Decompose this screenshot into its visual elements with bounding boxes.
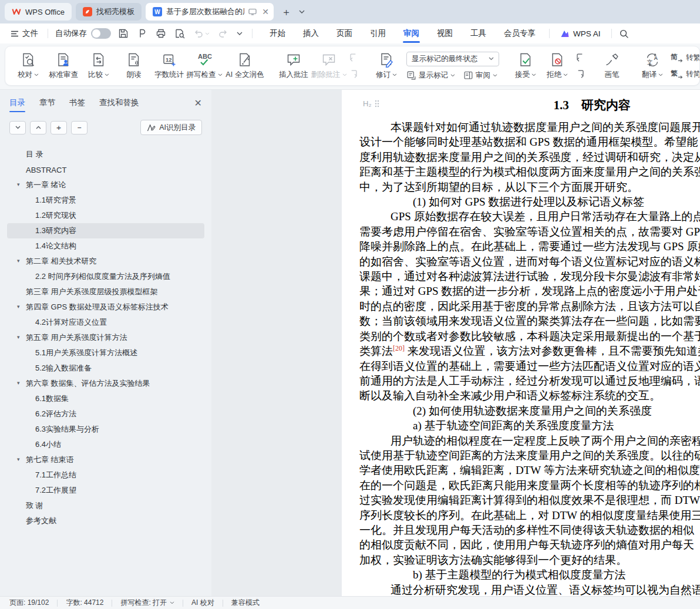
toc-item[interactable]: 6.1数据集 <box>7 391 204 406</box>
status-item[interactable]: 兼容模式 <box>231 598 260 608</box>
wps-ai-button[interactable]: WPS AI <box>554 29 607 38</box>
toc-item[interactable]: 4.2计算对应语义位置 <box>7 315 204 330</box>
next-change-icon[interactable] <box>574 68 586 80</box>
markup-state-select[interactable]: 显示标记的最终状态 <box>406 52 499 66</box>
word-count-button[interactable]: 12 字数统计 <box>152 49 187 83</box>
search-icon[interactable] <box>619 29 629 39</box>
toolbar-chevron-icon[interactable] <box>237 32 243 35</box>
sidebar-tab-toc[interactable]: 目录 <box>9 90 25 116</box>
to-simplified-button[interactable]: 繁 转简 <box>671 69 700 79</box>
accept-button[interactable]: 接受 <box>510 49 541 83</box>
toc-item[interactable]: 6.2评估方法 <box>7 406 204 422</box>
status-item[interactable]: 拼写检查: 打开 <box>120 598 174 608</box>
collapse-arrow-icon[interactable]: ▾ <box>17 181 20 187</box>
document-page[interactable]: H₂ 1.3 研究内容 本课题针对如何通过轨迹数据度量用户之间的关系强度问题展开… <box>342 90 700 596</box>
ai-polish-button[interactable]: AI 全文润色 <box>222 49 268 83</box>
toc-item[interactable]: 致 谢 <box>7 498 204 513</box>
collapse-arrow-icon[interactable]: ▾ <box>17 334 20 340</box>
toc-item[interactable]: 6.3实验结果与分析 <box>7 422 204 437</box>
new-tab-icon[interactable]: ＋ <box>278 5 295 19</box>
menu-tab[interactable]: 会员专享 <box>495 23 544 43</box>
track-changes-button[interactable]: 修订 <box>369 49 404 83</box>
toc-item[interactable]: 参考文献 <box>7 513 204 529</box>
sidebar-tab-find-replace[interactable]: 查找和替换 <box>99 90 139 116</box>
tab-list-chevron-icon[interactable] <box>299 10 305 14</box>
collapse-arrow-icon[interactable]: ▾ <box>17 258 20 264</box>
collapse-all-button[interactable] <box>30 121 46 134</box>
toc-item[interactable]: 6.4小结 <box>7 437 204 452</box>
compare-button[interactable]: 比较 <box>81 49 116 83</box>
undo-chevron-icon[interactable] <box>205 32 210 35</box>
print-icon[interactable] <box>156 28 166 39</box>
drag-handle-icon[interactable] <box>375 100 379 107</box>
insert-comment-button[interactable]: 插入批注 <box>276 49 311 83</box>
previous-comment-icon[interactable] <box>348 52 359 63</box>
collapse-arrow-icon[interactable]: ▾ <box>17 380 20 386</box>
status-item[interactable]: 页面: 19/102 <box>9 598 49 608</box>
undo-icon[interactable] <box>193 29 204 38</box>
export-pdf-icon[interactable] <box>137 28 147 39</box>
to-traditional-button[interactable]: 简 转繁 <box>671 52 700 63</box>
toc-item[interactable]: 5.2输入数据准备 <box>7 361 204 376</box>
close-tab-icon[interactable]: ✕ <box>261 7 269 16</box>
file-menu[interactable]: 文件 <box>6 28 43 39</box>
toc-item[interactable]: ▾第二章 相关技术研究 <box>7 254 204 269</box>
toc-item[interactable]: ▾第六章 数据集、评估方法及实验结果 <box>7 376 204 391</box>
ai-recognize-toc-button[interactable]: AI识别目录 <box>140 120 202 135</box>
expand-all-button[interactable] <box>9 121 26 134</box>
menu-tab[interactable]: 工具 <box>462 23 495 43</box>
previous-change-icon[interactable] <box>574 52 586 63</box>
zoom-out-button[interactable]: － <box>71 121 88 134</box>
toc-item[interactable]: 第三章 用户关系强度层级投票模型框架 <box>7 284 204 300</box>
toc-item[interactable]: 5.1用户关系强度计算方法概述 <box>7 345 204 361</box>
toc-item[interactable]: 1.3研究内容 <box>7 223 204 238</box>
reject-button[interactable]: 拒绝 <box>541 49 573 83</box>
toc-item[interactable]: 7.1工作总结 <box>7 467 204 483</box>
status-bar: 页面: 19/102字数: 44712拼写检查: 打开AI 校对兼容模式 <box>0 596 700 609</box>
sidebar-tab-bookmarks[interactable]: 书签 <box>69 90 85 116</box>
save-icon[interactable] <box>118 28 129 39</box>
toc-item[interactable]: 1.2研究现状 <box>7 208 204 223</box>
next-comment-icon[interactable] <box>348 68 359 80</box>
print-preview-icon[interactable] <box>174 28 185 39</box>
menu-tab[interactable]: 审阅 <box>395 23 428 43</box>
collapse-arrow-icon[interactable]: ▾ <box>17 456 20 462</box>
toc-item[interactable]: ▾第七章 结束语 <box>7 452 204 467</box>
tab-template[interactable]: 找稻壳模板 <box>76 3 142 21</box>
citation-ref[interactable]: [20] <box>393 344 405 352</box>
spell-check-button[interactable]: ABC 拼写检查 <box>187 49 222 83</box>
show-markup-button[interactable]: 显示标记 <box>406 70 455 80</box>
proofread-button[interactable]: 校对 <box>11 49 46 83</box>
collapse-arrow-icon[interactable]: ▾ <box>17 304 20 309</box>
delete-comment-button[interactable]: 删除批注 <box>311 49 346 83</box>
zoom-in-button[interactable]: ＋ <box>51 121 67 134</box>
redo-icon[interactable] <box>218 29 228 38</box>
toc-item[interactable]: ▾第四章 GPS 数据处理及语义标签标注技术 <box>7 300 204 315</box>
toc-item[interactable]: 2.2 时间序列相似度度量方法及序列熵值 <box>7 269 204 284</box>
toc-item[interactable]: 1.4论文结构 <box>7 238 204 254</box>
tab-wps-office[interactable]: WPS Office <box>5 3 72 21</box>
toc-item[interactable]: ▾第一章 绪论 <box>7 177 204 193</box>
status-item[interactable]: 字数: 44712 <box>66 598 103 608</box>
tab-document-active[interactable]: W 基于多层次数据融合的用户关 ✕ <box>146 3 274 21</box>
translate-button[interactable]: 文A 翻译 <box>637 49 668 83</box>
toc-item[interactable]: ▾第五章 用户关系强度计算方法 <box>7 330 204 345</box>
menu-tab[interactable]: 引用 <box>361 23 395 43</box>
menu-tab[interactable]: 开始 <box>261 23 294 43</box>
menu-tab[interactable]: 页面 <box>328 23 361 43</box>
sidebar-tab-chapters[interactable]: 章节 <box>39 90 55 116</box>
pen-button[interactable]: 画笔 <box>595 49 628 83</box>
toc-item[interactable]: ABSTRACT <box>7 162 204 177</box>
toc-item[interactable]: 7.2工作展望 <box>7 483 204 498</box>
toc-item[interactable]: 目 录 <box>7 147 204 162</box>
autosave-toggle[interactable] <box>91 28 111 39</box>
menu-tab[interactable]: 插入 <box>294 23 328 43</box>
heading-level-marker[interactable]: H₂ <box>363 99 379 108</box>
close-sidebar-icon[interactable]: ✕ <box>194 97 202 109</box>
menu-tab[interactable]: 视图 <box>428 23 462 43</box>
standard-review-button[interactable]: 标准审查 <box>46 49 81 83</box>
status-item[interactable]: AI 校对 <box>191 598 214 608</box>
read-aloud-button[interactable]: 朗读 <box>116 49 152 83</box>
toc-item[interactable]: 1.1研究背景 <box>7 193 204 208</box>
review-pane-button[interactable]: 审阅 <box>463 70 497 80</box>
